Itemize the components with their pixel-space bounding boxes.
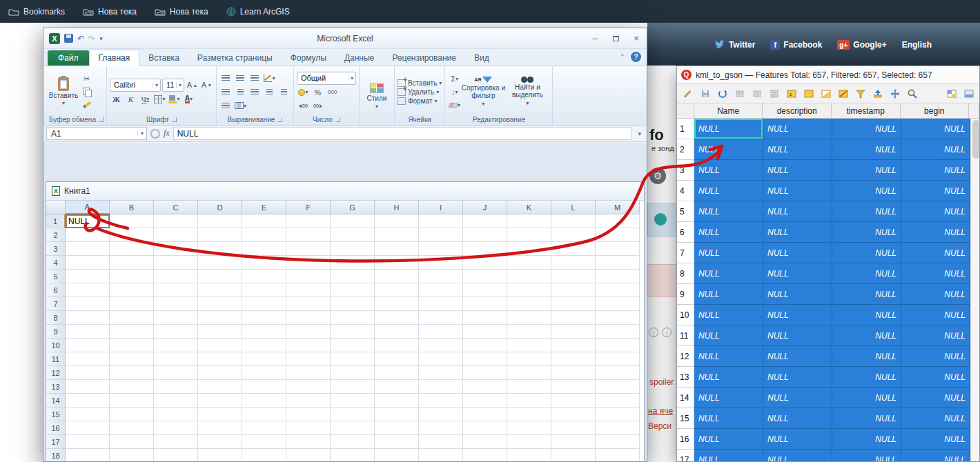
qgis-cell[interactable]: NULL	[763, 450, 832, 461]
cell-J2[interactable]	[463, 228, 507, 242]
clear-button[interactable]: ▾	[448, 99, 461, 111]
bookmark-folder-bookmarks[interactable]: Bookmarks	[8, 7, 65, 17]
comma-style-button[interactable]: 000	[326, 86, 339, 99]
wrap-text-button[interactable]	[219, 99, 233, 112]
cell-J7[interactable]	[463, 297, 507, 311]
qgis-cell[interactable]: NULL	[901, 429, 970, 450]
select-all-corner[interactable]	[46, 201, 66, 214]
cell-A13[interactable]	[66, 380, 110, 394]
qgis-row-number-15[interactable]: 15	[677, 408, 694, 429]
cell-E2[interactable]	[242, 228, 286, 242]
shrink-font-button[interactable]: А▼	[200, 79, 213, 91]
cell-M11[interactable]	[596, 352, 640, 366]
qgis-cell[interactable]: NULL	[901, 243, 970, 263]
cell-H6[interactable]	[375, 283, 419, 297]
cell-B5[interactable]	[110, 270, 154, 283]
qgis-cell[interactable]: NULL	[694, 222, 763, 243]
bookmark-learn-arcgis[interactable]: Learn ArcGIS	[226, 7, 290, 17]
qgis-cell[interactable]: NULL	[763, 119, 832, 139]
cell-D17[interactable]	[198, 435, 242, 449]
qgis-cell[interactable]: NULL	[694, 346, 763, 367]
move-selection-top-icon[interactable]	[870, 86, 885, 101]
qgis-cell[interactable]: NULL	[901, 450, 970, 461]
cell-L3[interactable]	[551, 242, 596, 256]
align-bottom-button[interactable]	[248, 72, 262, 84]
cell-E8[interactable]	[242, 311, 286, 325]
column-header-D[interactable]: D	[198, 201, 242, 214]
qgis-cell[interactable]: NULL	[832, 429, 901, 450]
cell-D18[interactable]	[198, 449, 242, 462]
row-header-4[interactable]: 4	[46, 256, 66, 270]
cell-B9[interactable]	[110, 325, 154, 339]
qgis-cell[interactable]: NULL	[901, 139, 970, 160]
cell-H16[interactable]	[375, 421, 419, 435]
cell-K3[interactable]	[507, 242, 551, 256]
cell-I8[interactable]	[419, 311, 463, 325]
delete-cells-button[interactable]: Удалить▾	[398, 88, 442, 96]
column-header-M[interactable]: M	[596, 201, 640, 214]
qgis-column-header-description[interactable]: description	[763, 103, 832, 119]
cell-E18[interactable]	[242, 449, 286, 462]
bold-button[interactable]: Ж	[110, 93, 123, 106]
dock-table-icon[interactable]	[961, 86, 977, 101]
cell-C11[interactable]	[154, 352, 198, 366]
name-box[interactable]: A1▾	[46, 127, 147, 140]
cell-L15[interactable]	[551, 408, 596, 421]
row-header-2[interactable]: 2	[46, 228, 66, 242]
cell-G7[interactable]	[331, 297, 375, 311]
cell-C4[interactable]	[154, 256, 198, 270]
cell-G12[interactable]	[331, 366, 375, 380]
cell-F3[interactable]	[286, 242, 331, 256]
field-calculator-icon[interactable]	[766, 86, 782, 101]
tab-Вставка[interactable]: Вставка	[139, 50, 188, 66]
column-header-H[interactable]: H	[375, 201, 419, 214]
cell-G8[interactable]	[331, 311, 375, 325]
cell-L8[interactable]	[551, 311, 596, 325]
qgis-column-header-Name[interactable]: Name	[694, 103, 763, 119]
cell-C1[interactable]	[154, 214, 198, 228]
cell-D12[interactable]	[198, 366, 242, 380]
cell-M7[interactable]	[596, 297, 640, 311]
align-middle-button[interactable]	[234, 72, 247, 84]
qgis-cell[interactable]: NULL	[832, 263, 901, 284]
cell-M15[interactable]	[596, 408, 640, 421]
cell-F9[interactable]	[286, 325, 331, 339]
cell-F1[interactable]	[286, 214, 331, 228]
cell-M16[interactable]	[596, 421, 640, 435]
cell-I15[interactable]	[419, 408, 463, 421]
fill-button[interactable]: ↓▾	[448, 86, 461, 98]
cell-J15[interactable]	[463, 408, 507, 421]
cell-K11[interactable]	[507, 352, 551, 366]
qgis-cell[interactable]: NULL	[832, 305, 901, 325]
cell-L10[interactable]	[551, 339, 596, 352]
cell-F14[interactable]	[286, 394, 331, 408]
borders-button[interactable]: ▾	[153, 93, 166, 106]
cell-L7[interactable]	[551, 297, 596, 311]
number-format-select[interactable]: Общий▾	[297, 72, 356, 85]
cell-D4[interactable]	[198, 256, 242, 270]
cell-A7[interactable]	[66, 297, 110, 311]
cell-K2[interactable]	[507, 228, 551, 242]
qgis-cell[interactable]: NULL	[763, 408, 832, 429]
cell-I2[interactable]	[419, 228, 463, 242]
cell-M17[interactable]	[596, 435, 640, 449]
qgis-cell[interactable]: NULL	[832, 284, 901, 305]
cell-C5[interactable]	[154, 270, 198, 283]
cell-F8[interactable]	[286, 311, 331, 325]
copy-button[interactable]	[80, 86, 93, 98]
cell-C15[interactable]	[154, 408, 198, 421]
cell-A12[interactable]	[66, 366, 110, 380]
increase-indent-button[interactable]	[277, 86, 291, 98]
cell-M14[interactable]	[596, 394, 640, 408]
cell-F10[interactable]	[286, 339, 331, 352]
cell-K5[interactable]	[507, 270, 551, 283]
cell-J10[interactable]	[463, 339, 507, 352]
cell-J13[interactable]	[463, 380, 507, 394]
tab-Главная[interactable]: Главная	[89, 50, 140, 66]
cell-K13[interactable]	[507, 380, 551, 394]
cell-A9[interactable]	[66, 325, 110, 339]
cell-D14[interactable]	[198, 394, 242, 408]
decrease-decimal-button[interactable]: 00	[311, 100, 324, 112]
qgis-row-number-13[interactable]: 13	[677, 367, 694, 388]
column-header-A[interactable]: A	[66, 201, 110, 214]
